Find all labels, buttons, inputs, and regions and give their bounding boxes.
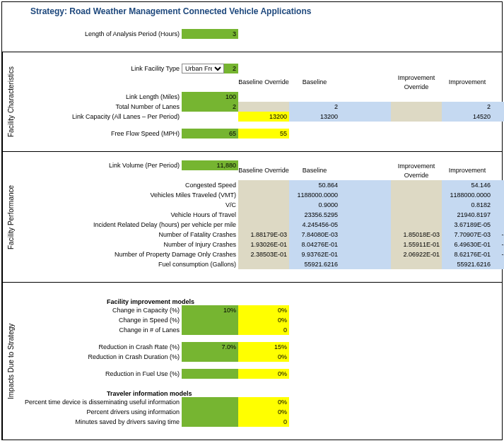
impact-yellow: 0 <box>238 417 289 427</box>
facility-type-select[interactable]: Urban Freewa <box>182 64 224 73</box>
cell-change: -3.15805E-02 <box>493 249 504 259</box>
fp-row: Number of Fatality Crashes1.88179E-037.8… <box>22 230 504 240</box>
cell-baseline: 1188000.0000 <box>289 190 340 200</box>
cell-baseline: 50.864 <box>289 180 340 190</box>
impact-label: Minutes saved by drivers saving time <box>22 417 182 427</box>
cell-improvement: 7.70907E-03 <box>442 230 493 240</box>
length-analysis-row: Length of Analysis Period (Hours) 3 <box>22 29 499 39</box>
impact-label: Percent drivers using information <box>22 407 182 417</box>
impact-label: Change in Capacity (%) <box>22 305 182 315</box>
fp-label: Vehicles Miles Traveled (VMT) <box>22 190 238 200</box>
impact-green[interactable] <box>182 369 238 379</box>
impact-yellow: 0% <box>238 315 289 325</box>
fp-label: Number of Injury Crashes <box>22 240 238 249</box>
cell-io[interactable] <box>391 112 442 122</box>
hdr-change: Change <box>493 78 504 88</box>
impact-yellow: 0% <box>238 352 289 362</box>
fp-label: Vehicle Hours of Travel <box>22 210 238 220</box>
cell-io[interactable]: 1.55911E-01 <box>391 240 442 249</box>
cell-io[interactable] <box>391 180 442 190</box>
facility-type-label: Link Facility Type <box>22 64 182 73</box>
impact-label: Reduction in Crash Duration (%) <box>22 352 182 362</box>
impact-yellow: 0% <box>238 305 289 315</box>
fp-row: Fuel consumption (Gallons)55921.62165592… <box>22 259 504 269</box>
hdr-improvement: Improvement <box>442 166 493 176</box>
fp-label: Number of Property Damage Only Crashes <box>22 249 238 259</box>
hdr-improvement: Improvement <box>442 78 493 88</box>
impact-row: Reduction in Crash Rate (%)7.0%15% <box>22 342 499 352</box>
cell-bo[interactable] <box>238 210 289 220</box>
impact-label: Reduction in Crash Rate (%) <box>22 342 182 352</box>
cell-change: -1415.7099 <box>493 210 504 220</box>
cell-io[interactable] <box>391 220 442 230</box>
cell-change: 0.0000 <box>493 190 504 200</box>
cell-improvement: 14520 <box>442 112 493 122</box>
cell-bo[interactable]: 2.38503E-01 <box>238 249 289 259</box>
facility-type-row: Link Facility Type Urban Freewa2 <box>22 64 504 73</box>
fp-label: Fuel consumption (Gallons) <box>22 259 238 269</box>
impact-green[interactable] <box>182 407 238 417</box>
impact-label: Change in Speed (%) <box>22 315 182 325</box>
cell-baseline: 23356.5295 <box>289 210 340 220</box>
fc-section-label: Facility Characteristics <box>2 52 19 151</box>
free-flow-label: Free Flow Speed (MPH) <box>22 129 182 138</box>
impact-green[interactable]: 10% <box>182 305 238 315</box>
free-flow-green[interactable]: 65 <box>182 129 238 138</box>
facility-models-heading: Facility improvement models <box>22 298 499 305</box>
impact-green[interactable] <box>182 315 238 325</box>
impact-green[interactable]: 7.0% <box>182 342 238 352</box>
cell-bo[interactable] <box>238 180 289 190</box>
fp-label: V/C <box>22 200 238 210</box>
link-length-label: Link Length (Miles) <box>22 92 182 102</box>
hdr-baseline-override: Baseline Override <box>238 78 289 88</box>
cell-baseline: 8.04276E-01 <box>289 240 340 249</box>
cell-io[interactable]: 1.85018E-03 <box>391 230 442 240</box>
link-volume-label: Link Volume (Per Period) <box>22 160 182 170</box>
cell-io[interactable] <box>391 259 442 269</box>
impact-row: Change in Capacity (%)10%0% <box>22 305 499 315</box>
hdr-baseline-override: Baseline Override <box>238 166 289 176</box>
cell-io[interactable] <box>391 200 442 210</box>
cell-bo[interactable] <box>238 102 289 112</box>
facility-type-value[interactable]: 2 <box>224 64 238 73</box>
impacts-section: Impacts Due to Strategy Facility improve… <box>2 282 502 440</box>
cell-bo[interactable]: 1.88179E-03 <box>238 230 289 240</box>
fp-row: V/C0.90000.8182-0.0818 <box>22 200 504 210</box>
facility-performance-section: Facility Performance Link Volume (Per Pe… <box>2 151 502 282</box>
impact-row: Minutes saved by drivers saving time0 <box>22 417 499 427</box>
impact-green[interactable] <box>182 352 238 362</box>
cell-bo[interactable] <box>238 200 289 210</box>
cell-bo[interactable]: 1.93026E-01 <box>238 240 289 249</box>
length-analysis-label: Length of Analysis Period (Hours) <box>22 29 182 39</box>
cell-io[interactable] <box>391 210 442 220</box>
cell-baseline: 7.84080E-03 <box>289 230 340 240</box>
impact-green[interactable] <box>182 397 238 407</box>
cell-io[interactable] <box>391 102 442 112</box>
total-lanes-input[interactable]: 2 <box>182 102 238 112</box>
cell-io[interactable]: 2.06922E-01 <box>391 249 442 259</box>
cell-improvement: 1188000.0000 <box>442 190 493 200</box>
impact-label: Reduction in Fuel Use (%) <box>22 369 182 379</box>
link-volume-input[interactable]: 11,880 <box>182 160 238 170</box>
impact-green[interactable] <box>182 325 238 335</box>
fc-header-row: Baseline Override Baseline Improvement O… <box>182 73 504 92</box>
fp-label: Congested Speed <box>22 180 238 190</box>
fp-row: Number of Property Damage Only Crashes2.… <box>22 249 504 259</box>
cell-bo[interactable] <box>238 220 289 230</box>
cell-bo[interactable] <box>238 259 289 269</box>
impact-label: Change in # of Lanes <box>22 325 182 335</box>
hdr-change: Change <box>493 166 504 176</box>
length-analysis-input[interactable]: 3 <box>182 29 238 39</box>
cell-io[interactable] <box>391 190 442 200</box>
impact-yellow: 0% <box>238 407 289 417</box>
fp-label: Incident Related Delay (hours) per vehic… <box>22 220 238 230</box>
link-capacity-row: Link Capacity (All Lanes – Per Period) 1… <box>22 112 504 122</box>
cell-change: 3.282 <box>493 180 504 190</box>
cell-bo[interactable] <box>238 190 289 200</box>
cell-improvement: 54.146 <box>442 180 493 190</box>
traveler-models-heading: Traveler information models <box>22 390 499 397</box>
impact-green[interactable] <box>182 417 238 427</box>
fp-row: Vehicles Miles Traveled (VMT)1188000.000… <box>22 190 504 200</box>
impact-row: Percent drivers using information0% <box>22 407 499 417</box>
link-length-input[interactable]: 100 <box>182 92 238 102</box>
